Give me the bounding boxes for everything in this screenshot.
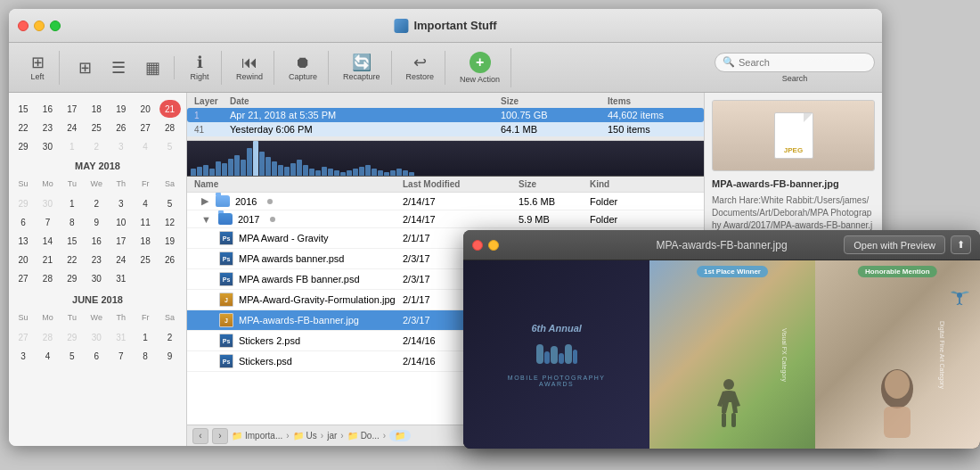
cal-cell: 25 (86, 119, 107, 136)
snapshot-row-41[interactable]: 41 Yesterday 6:06 PM 64.1 MB 150 items (187, 122, 704, 136)
file-list-header: Name Last Modified Size Kind (187, 177, 704, 193)
capture-icon: ⏺ (295, 54, 311, 70)
column-view-icon: ▦ (145, 60, 160, 76)
breadcrumb-folder-icon: 📁 (232, 431, 242, 441)
left-panel-section: ⊞ Left (16, 51, 60, 85)
restore-section: ↩ Restore (396, 51, 446, 85)
restore-label: Restore (406, 72, 435, 81)
folder-icon (216, 195, 230, 207)
restore-button[interactable]: ↩ Restore (401, 51, 440, 85)
rewind-icon: ⏮ (241, 54, 257, 70)
window-title: Important Stuff (394, 19, 496, 33)
back-button[interactable]: ‹ (192, 428, 208, 444)
new-action-button[interactable]: + New Action (454, 48, 505, 87)
preview-traffic-lights (472, 240, 499, 251)
svg-rect-0 (536, 344, 543, 364)
svg-line-15 (960, 303, 962, 305)
file-preview-icon: JPEG (774, 112, 813, 159)
icon-view-icon: ⊞ (78, 60, 92, 76)
breadcrumb-item[interactable]: 📁 Importa... (232, 431, 282, 441)
snapshot-row-1[interactable]: 1 Apr 21, 2018 at 5:35 PM 100.75 GB 44,6… (187, 108, 704, 122)
mobile-photography-text: MOBILE PHOTOGRAPHY (508, 375, 606, 381)
breadcrumb-item[interactable]: 📁 Us (293, 431, 317, 441)
psd-icon: Ps (219, 272, 233, 286)
side-tag-1: Visual FX Category (781, 327, 788, 381)
right-label: Right (190, 72, 208, 81)
preview-minimize-button[interactable] (488, 240, 499, 251)
cal-cell: 30 (37, 137, 58, 155)
recapture-section: 🔄 Recapture (332, 51, 392, 85)
right-panel-button[interactable]: ℹ Right (184, 51, 216, 85)
svg-point-6 (723, 379, 734, 390)
psd-icon: Ps (219, 354, 233, 368)
forward-button[interactable]: › (212, 428, 228, 444)
annual-text: 6th Annual (531, 323, 581, 334)
column-view-button[interactable]: ▦ (136, 56, 168, 79)
place-winner-tag: 1st Place Winner (697, 266, 768, 277)
breadcrumb-item[interactable]: 📁 (389, 430, 411, 441)
capture-button[interactable]: ⏺ Capture (283, 51, 323, 85)
breadcrumb-item[interactable]: jar (327, 431, 337, 441)
banner-section-3: Honorable Mention (815, 260, 980, 449)
psd-icon: Ps (219, 334, 233, 348)
side-tag-2: Digital Fine Art Category (940, 321, 946, 389)
new-action-label: New Action (460, 75, 500, 84)
svg-rect-5 (573, 350, 577, 364)
june-header: JUNE 2018 (12, 294, 183, 305)
svg-rect-3 (559, 353, 564, 364)
close-button[interactable] (18, 21, 29, 31)
window-icon (394, 19, 408, 33)
toolbar: ⊞ Left ⊞ ☰ ▦ Browser Style ℹ Right (9, 43, 882, 93)
jpg-icon: J (219, 293, 233, 307)
minimize-button[interactable] (34, 21, 45, 31)
breadcrumb-item[interactable]: 📁 Do... (347, 431, 380, 441)
traffic-lights (18, 21, 61, 31)
new-action-section: + New Action (449, 48, 511, 87)
cal-cell: 29 (12, 137, 34, 155)
cal-cell: 5 (159, 137, 181, 155)
cal-cell: 27 (135, 119, 156, 136)
svg-rect-7 (722, 413, 726, 427)
rewind-button[interactable]: ⏮ Rewind (231, 51, 268, 85)
open-with-preview-button[interactable]: Open with Preview (844, 235, 945, 254)
svg-rect-1 (544, 351, 550, 364)
search-input[interactable] (739, 57, 867, 68)
recapture-icon: 🔄 (352, 54, 372, 70)
share-button[interactable]: ⬆ (951, 235, 971, 254)
preview-popup: MPA-awards-FB-banner.jpg Open with Previ… (463, 230, 980, 449)
icon-view-button[interactable]: ⊞ (69, 56, 101, 79)
file-row[interactable]: ▶ 2016 2/14/17 15.6 MB Folder (187, 193, 704, 210)
may-header: MAY 2018 (12, 161, 183, 171)
cal-cell: 4 (135, 137, 156, 155)
search-box[interactable]: 🔍 (715, 53, 875, 72)
svg-rect-8 (731, 413, 736, 427)
banner-section-2: 1st Place Winner Visual FX Category (649, 260, 814, 449)
recapture-button[interactable]: 🔄 Recapture (338, 51, 386, 85)
preview-close-button[interactable] (472, 240, 483, 251)
left-panel-button[interactable]: ⊞ Left (21, 51, 53, 85)
svg-point-12 (957, 293, 962, 298)
banner-image: 6th Annual MOBILE PHOTOGRAPHY AWARDS 1st… (463, 260, 980, 449)
svg-rect-2 (551, 346, 558, 364)
cal-cell: 2 (86, 137, 107, 155)
info-filename: MPA-awards-FB-banner.jpg (712, 178, 875, 189)
zoom-button[interactable] (50, 21, 61, 31)
search-icon: 🔍 (723, 56, 735, 68)
expand-arrow-icon: ▶ (201, 195, 208, 207)
cal-cell-today[interactable]: 21 (159, 100, 181, 118)
preview-titlebar: MPA-awards-FB-banner.jpg Open with Previ… (463, 230, 980, 260)
sync-dot (267, 199, 273, 204)
list-view-icon: ☰ (111, 60, 126, 76)
file-row[interactable]: ▼ 2017 2/14/17 5.9 MB Folder (187, 210, 704, 228)
preview-title: MPA-awards-FB-banner.jpg (656, 239, 787, 251)
left-panel-icon: ⊞ (31, 54, 45, 70)
cal-cell: 20 (135, 100, 156, 118)
mpa-logo-svg (532, 337, 581, 371)
capture-section: ⏺ Capture (278, 51, 329, 85)
list-view-button[interactable]: ☰ (102, 56, 135, 79)
portrait-silhouette (875, 367, 919, 440)
left-label: Left (30, 72, 44, 81)
cal-cell: 26 (110, 119, 132, 136)
banner-section-1: 6th Annual MOBILE PHOTOGRAPHY AWARDS (463, 260, 649, 449)
psd-icon: Ps (219, 231, 233, 245)
